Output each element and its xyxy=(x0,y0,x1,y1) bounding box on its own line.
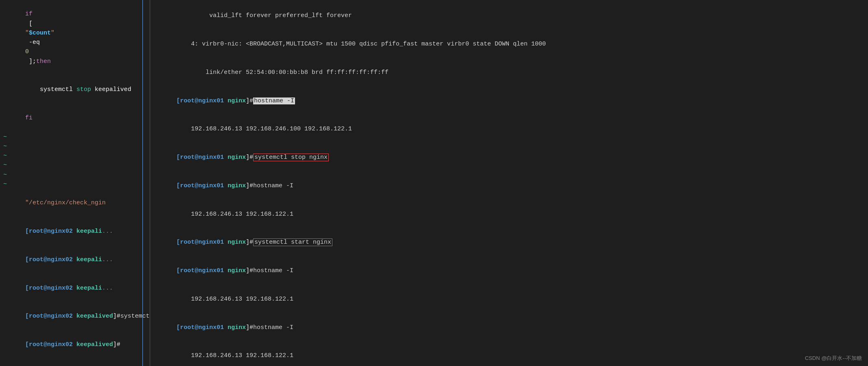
dir-label-1: keepali xyxy=(76,228,102,235)
prompt02-blank: [root@nginx02 keepalived]# xyxy=(3,331,146,359)
prompt02-3: [root@nginx02 keepali... xyxy=(3,274,146,302)
interface-text: 4: virbr0-nic: <BROADCAST,MULTICAST> mtu… xyxy=(176,41,546,48)
root-label-3: [root@nginx02 xyxy=(25,285,76,292)
prompt01-hostname-plain1: [root@nginx01 nginx]#hostname -I xyxy=(154,172,864,200)
fi-keyword: fi xyxy=(25,115,33,121)
v-divider xyxy=(142,0,143,366)
hash-01-inv: ]# xyxy=(246,97,253,104)
dir-label-2: keepali xyxy=(76,256,102,263)
prompt02-1: [root@nginx02 keepali... xyxy=(3,217,146,246)
hash-01-p2: ]# xyxy=(246,267,253,274)
prompt01-start: [root@nginx01 nginx]#systemctl start ngi… xyxy=(154,228,864,257)
code-indent: systemctl xyxy=(25,86,76,93)
hostname-inv-text: hostname -I xyxy=(253,97,295,104)
dir-01-p3: nginx xyxy=(228,324,246,331)
code-stop: stop xyxy=(76,86,91,93)
code-if-line: if [ "$count" -eq 0 ];then xyxy=(3,0,146,76)
root-label-1: [root@nginx02 xyxy=(25,228,76,235)
filepath-text: "/etc/nginx/check_ngin xyxy=(25,199,106,206)
ip01-vip-1: 192.168.246.13 192.168.246.100 192.168.1… xyxy=(154,115,864,143)
dir-start: keepalived xyxy=(76,313,113,320)
root-01-p2: [root@nginx01 xyxy=(176,267,228,274)
code-fi-line: fi xyxy=(3,104,146,132)
ip01-vip-text1: 192.168.246.13 192.168.246.100 192.168.1… xyxy=(176,126,352,132)
hash-start: ]# xyxy=(113,313,120,320)
then-keyword: then xyxy=(36,58,51,65)
dir-01-p1: nginx xyxy=(228,182,246,189)
dir-blank: keepalived xyxy=(76,341,113,348)
cmd-p1: hostname -I xyxy=(253,182,293,189)
dir-01-stop: nginx xyxy=(228,154,246,161)
cmd-p3: hostname -I xyxy=(253,324,293,331)
link-line: link/ether 52:54:00:00:bb:b8 brd ff:ff:f… xyxy=(154,58,864,87)
root-01-stop: [root@nginx01 xyxy=(176,154,228,161)
hash-01-stop: ]# xyxy=(246,154,253,161)
dir-label-3: keepali xyxy=(76,285,102,292)
code-quote: " xyxy=(25,30,29,37)
link-text: link/ether 52:54:00:00:bb:b8 brd ff:ff:f… xyxy=(176,69,388,76)
terminal-container: if [ "$count" -eq 0 ];then systemctl sto… xyxy=(0,0,868,366)
prompt02-hostname1: [root@nginx02 keepalived]#hostname -I xyxy=(3,359,146,366)
hash-blank: ]# xyxy=(113,341,120,348)
root-01-p1: [root@nginx01 xyxy=(176,182,228,189)
filepath-line: "/etc/nginx/check_ngin xyxy=(3,189,146,217)
if-keyword: if xyxy=(25,11,33,17)
hash-01-p3: ]# xyxy=(246,324,253,331)
root-01-p3: [root@nginx01 xyxy=(176,324,228,331)
code-systemctl-line: systemctl stop keepalived xyxy=(3,76,146,104)
partial-top: valid_lft forever preferred_lft forever xyxy=(154,2,864,30)
watermark: CSDN @白开水--不加糖 xyxy=(805,355,862,362)
root-start: [root@nginx02 xyxy=(25,313,76,320)
tilde-1: ~ xyxy=(3,132,146,142)
tilde-3: ~ xyxy=(3,151,146,160)
ip01-plain3: 192.168.246.13 192.168.122.1 xyxy=(154,342,864,366)
cmd-start-keepalived: systemctl start keepalived.service xyxy=(120,313,150,320)
tilde-4: ~ xyxy=(3,160,146,170)
prompt01-stop: [root@nginx01 nginx]#systemctl stop ngin… xyxy=(154,143,864,172)
ip01-plain1: 192.168.246.13 192.168.122.1 xyxy=(154,200,864,228)
dir-01-start: nginx xyxy=(228,239,246,246)
root-01-inv: [root@nginx01 xyxy=(176,97,228,104)
ip01-plain3-text: 192.168.246.13 192.168.122.1 xyxy=(176,352,293,359)
prompt02-2: [root@nginx02 keepali... xyxy=(3,246,146,274)
code-quote2: " xyxy=(51,30,54,37)
code-keepalived: keepalived xyxy=(91,86,131,93)
tilde-2: ~ xyxy=(3,142,146,151)
left-panel: if [ "$count" -eq 0 ];then systemctl sto… xyxy=(0,0,150,366)
partial-text: valid_lft forever preferred_lft forever xyxy=(176,12,352,19)
code-zero: 0 xyxy=(25,48,29,55)
ip01-plain2-text: 192.168.246.13 192.168.122.1 xyxy=(176,296,293,303)
root-blank: [root@nginx02 xyxy=(25,341,76,348)
ip01-plain2: 192.168.246.13 192.168.122.1 xyxy=(154,285,864,314)
ip01-plain1-text: 192.168.246.13 192.168.122.1 xyxy=(176,211,293,218)
code-bracket-open: [ xyxy=(25,20,36,27)
cmd-p2: hostname -I xyxy=(253,267,293,274)
prompt02-start: [root@nginx02 keepalived]#systemctl star… xyxy=(3,302,146,331)
code-eq: -eq xyxy=(25,39,43,46)
prompt01-hostname-plain2: [root@nginx01 nginx]#hostname -I xyxy=(154,257,864,285)
cmd-start-box: systemctl start nginx xyxy=(253,238,332,246)
root-label-2: [root@nginx02 xyxy=(25,256,76,263)
right-panel: valid_lft forever preferred_lft forever … xyxy=(150,0,868,366)
dir-01-p2: nginx xyxy=(228,267,246,274)
cmd-stop-box: systemctl stop nginx xyxy=(253,154,329,161)
tilde-5: ~ xyxy=(3,170,146,180)
hash-01-start: ]# xyxy=(246,239,253,246)
hash-01-p1: ]# xyxy=(246,182,253,189)
prompt01-hostname-plain3: [root@nginx01 nginx]#hostname -I xyxy=(154,313,864,342)
code-bracket-close: ]; xyxy=(25,58,36,65)
dir-01-inv: nginx xyxy=(228,97,246,104)
tilde-6: ~ xyxy=(3,180,146,189)
code-variable: $count xyxy=(29,30,51,37)
interface-line: 4: virbr0-nic: <BROADCAST,MULTICAST> mtu… xyxy=(154,30,864,58)
root-01-start: [root@nginx01 xyxy=(176,239,228,246)
prompt01-hostname-inv: [root@nginx01 nginx]#hostname -I xyxy=(154,87,864,115)
